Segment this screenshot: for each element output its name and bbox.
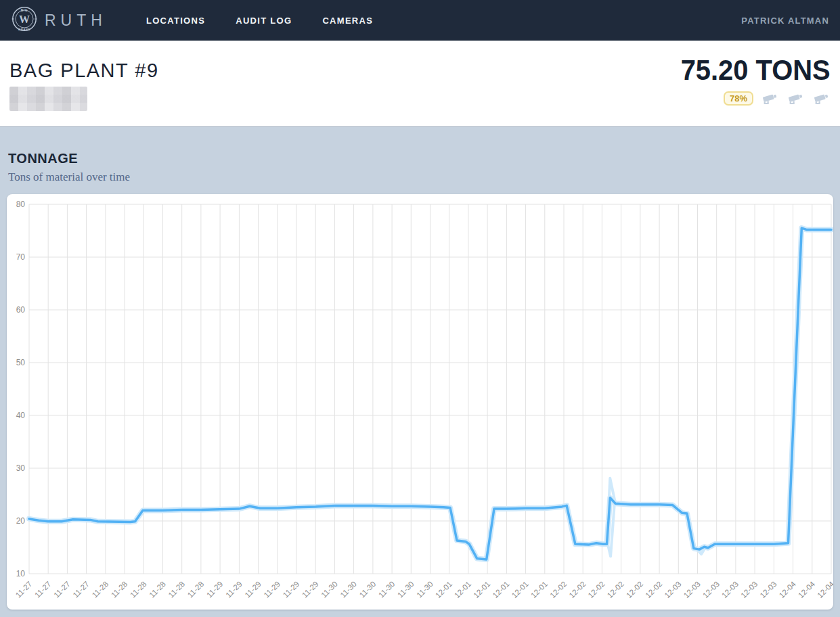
svg-text:12-01: 12-01 [434,580,454,599]
page-header: BAG PLANT #9 75.20 TONS 78% [0,41,840,127]
svg-text:11-28: 11-28 [91,580,110,599]
section-title: TONNAGE [8,151,832,166]
svg-text:11-29: 11-29 [205,580,225,599]
cctv-camera-icon[interactable] [762,91,779,106]
svg-text:12-04: 12-04 [816,580,833,600]
svg-text:W: W [19,14,30,25]
svg-text:12-01: 12-01 [491,580,511,599]
nav-item-locations[interactable]: LOCATIONS [146,16,205,26]
svg-text:11-30: 11-30 [377,580,397,599]
tonnage-stats: 75.20 TONS 78% [673,55,831,106]
section-subtitle: Tons of material over time [8,170,832,184]
svg-text:11-27: 11-27 [14,580,34,599]
brand-logo-link[interactable]: W BIG BRAND RUTH [11,5,107,35]
svg-text:12-02: 12-02 [548,580,568,599]
svg-text:11-29: 11-29 [243,580,263,599]
svg-text:12-03: 12-03 [663,580,682,599]
tonnage-chart[interactable]: 11-2711-2711-2711-2711-2811-2811-2811-28… [7,194,833,610]
svg-text:12-04: 12-04 [778,580,798,600]
svg-text:12-01: 12-01 [529,580,549,599]
tonnage-section: TONNAGE Tons of material over time 11-27… [0,151,840,610]
svg-text:12-03: 12-03 [759,580,778,599]
svg-text:12-01: 12-01 [453,580,472,599]
svg-text:11-28: 11-28 [129,580,148,599]
redacted-address-block [9,87,87,111]
svg-text:50: 50 [16,358,26,367]
svg-text:12-03: 12-03 [701,580,721,599]
svg-text:11-28: 11-28 [186,580,206,599]
top-nav: W BIG BRAND RUTH LOCATIONS AUDIT LOG CAM… [0,0,840,41]
user-menu[interactable]: PATRICK ALTMAN [741,16,829,26]
svg-text:12-02: 12-02 [625,580,644,599]
svg-text:11-29: 11-29 [301,580,320,599]
svg-text:11-28: 11-28 [110,580,129,599]
cctv-camera-icon[interactable] [788,91,805,106]
nav-links: LOCATIONS AUDIT LOG CAMERAS [146,16,373,26]
svg-text:30: 30 [16,463,26,473]
cctv-camera-icon[interactable] [814,91,831,106]
svg-text:11-28: 11-28 [148,580,167,599]
svg-text:11-30: 11-30 [415,580,435,599]
svg-text:12-02: 12-02 [606,580,625,599]
svg-text:11-30: 11-30 [338,580,358,599]
svg-text:12-01: 12-01 [510,580,530,599]
svg-text:12-01: 12-01 [472,580,491,599]
svg-text:11-28: 11-28 [167,580,186,599]
svg-text:12-02: 12-02 [644,580,663,599]
svg-text:12-02: 12-02 [567,580,587,599]
svg-text:11-29: 11-29 [282,580,301,599]
nav-item-cameras[interactable]: CAMERAS [322,16,373,26]
big-w-brand-logo-icon: W BIG BRAND [11,5,38,35]
svg-text:11-29: 11-29 [224,580,244,599]
svg-text:11-27: 11-27 [71,580,91,599]
total-tonnage-value: 75.20 TONS [681,55,831,85]
svg-text:11-30: 11-30 [358,580,378,599]
svg-text:BIG: BIG [21,9,28,12]
nav-item-audit-log[interactable]: AUDIT LOG [236,16,292,26]
svg-text:40: 40 [16,411,26,420]
svg-text:11-27: 11-27 [33,580,53,599]
svg-text:12-02: 12-02 [587,580,606,599]
svg-text:12-04: 12-04 [797,580,817,600]
svg-text:11-27: 11-27 [52,580,72,599]
svg-text:12-03: 12-03 [682,580,702,599]
svg-text:12-03: 12-03 [720,580,740,599]
svg-text:60: 60 [16,305,26,315]
svg-text:11-29: 11-29 [263,580,282,599]
svg-text:12-03: 12-03 [739,580,759,599]
svg-text:10: 10 [16,569,26,578]
svg-text:80: 80 [16,200,26,209]
fill-percentage-badge: 78% [724,91,753,106]
svg-text:11-30: 11-30 [319,580,339,599]
svg-text:70: 70 [16,252,26,262]
brand-name: RUTH [45,12,107,30]
svg-text:BRAND: BRAND [18,28,30,31]
svg-text:11-30: 11-30 [396,580,416,599]
tonnage-chart-panel: 11-2711-2711-2711-2711-2811-2811-2811-28… [7,194,833,610]
svg-text:20: 20 [16,516,26,526]
